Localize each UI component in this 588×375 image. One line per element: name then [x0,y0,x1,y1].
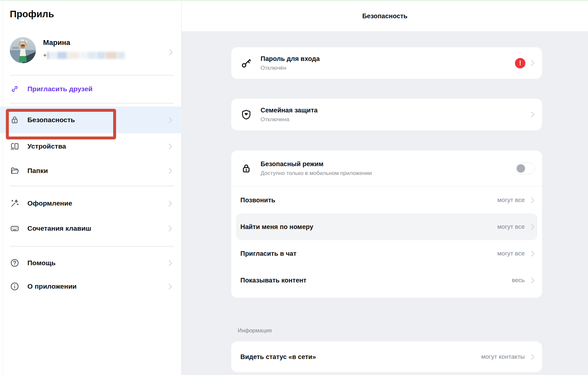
sidebar-item-devices[interactable]: Устройства [0,133,182,159]
sidebar-title: Профиль [10,9,54,20]
panel-title: Безопасность [362,12,408,20]
panel-header: Безопасность [182,1,588,31]
card-title: Безопасный режим [261,160,515,168]
chevron-right-icon [166,225,172,231]
safe-mode-row: Безопасный режим Доступно только в мобил… [231,151,542,187]
card-subtitle: Отключён [261,65,515,71]
row-value: могут все [497,196,525,204]
row-label: Пригласить в чат [240,250,497,257]
sidebar-item-label: Папки [27,167,167,175]
help-icon [10,258,20,268]
avatar [10,37,36,63]
privacy-row-find-by-number[interactable]: Найти меня по номеру могут все [236,213,537,240]
sidebar-item-appearance[interactable]: Оформление [0,190,182,217]
chevron-right-icon [528,197,534,203]
row-value: могут контакты [481,353,525,360]
keyboard-icon [10,224,20,233]
chevron-right-icon [167,49,173,55]
divider [10,246,174,247]
info-row-online-status[interactable]: Видеть статус «в сети» могут контакты [231,341,542,372]
privacy-row-show-content[interactable]: Показывать контент весь [231,267,542,294]
sidebar-item-about[interactable]: О приложении [0,273,182,299]
sidebar-item-security[interactable]: Безопасность [0,107,182,133]
chevron-right-icon [528,277,534,283]
chevron-right-icon [166,283,172,289]
sidebar-item-label: Устройства [27,142,167,150]
card-texts: Пароль для входа Отключён [261,55,515,71]
card-title: Пароль для входа [261,55,515,63]
devices-icon [10,141,20,151]
security-panel: Безопасность Пароль для входа Отключён [182,1,588,375]
chevron-right-icon [528,251,534,256]
privacy-row-invite-to-chat[interactable]: Пригласить в чат могут все [231,240,542,267]
info-icon [10,281,20,291]
window-top-edge [0,0,588,1]
sidebar-item-shortcuts[interactable]: Сочетания клавиш [0,215,182,241]
info-card: Видеть статус «в сети» могут контакты [231,341,542,372]
folder-icon [10,166,20,176]
sidebar-item-help[interactable]: Помощь [0,250,182,276]
sidebar-item-label: Сочетания клавиш [27,224,167,232]
divider [10,186,174,186]
profile-row[interactable]: Марина + [0,35,182,65]
sidebar-item-label: Безопасность [27,116,167,124]
chevron-right-icon [166,117,172,123]
phone-redacted [47,52,125,59]
profile-phone: + [43,51,125,59]
profile-name: Марина [43,38,70,47]
row-value: могут все [497,223,525,230]
family-protection-card[interactable]: Семейная защита Отключена [231,99,542,130]
privacy-card: Безопасный режим Доступно только в мобил… [231,151,542,298]
magic-wand-icon [10,198,20,208]
alert-badge: ! [515,58,525,68]
chevron-right-icon [166,200,172,206]
privacy-rows: Позвонить могут все Найти меня по номеру… [231,187,542,298]
padlock-icon [240,163,252,174]
invite-friends-link[interactable]: Пригласить друзей [0,79,182,99]
key-icon [240,57,252,69]
toggle-knob [517,164,525,173]
chevron-right-icon [166,260,172,266]
invite-friends-label: Пригласить друзей [27,85,93,93]
chevron-right-icon [528,224,534,230]
privacy-row-call[interactable]: Позвонить могут все [231,187,542,213]
card-texts: Семейная защита Отключена [261,107,529,123]
sidebar-item-folders[interactable]: Папки [0,158,182,183]
row-label: Показывать контент [240,277,512,284]
sidebar-item-label: О приложении [27,282,167,290]
info-section-label: Информация [238,327,272,334]
divider [10,103,174,104]
card-texts: Безопасный режим Доступно только в мобил… [261,160,515,177]
link-icon [10,84,20,94]
card-subtitle: Доступно только в мобильном приложении [261,170,515,177]
password-card[interactable]: Пароль для входа Отключён ! [231,47,542,79]
lock-icon [10,115,20,125]
chevron-right-icon [528,354,534,360]
chevron-right-icon [166,168,172,174]
row-label: Видеть статус «в сети» [240,353,481,361]
sidebar-item-label: Помощь [27,259,167,267]
chevron-right-icon [528,60,534,66]
sidebar-item-label: Оформление [27,199,167,207]
card-subtitle: Отключена [261,116,529,123]
divider [10,75,174,76]
chevron-right-icon [166,143,172,149]
chevron-right-icon [528,111,534,117]
profile-sidebar: Профиль [0,1,182,375]
phone-prefix: + [43,52,47,59]
row-value: могут все [497,250,525,257]
safe-mode-toggle[interactable] [515,163,535,174]
row-label: Найти меня по номеру [240,223,497,231]
row-value: весь [512,277,525,284]
shield-heart-icon [240,109,252,121]
card-title: Семейная защита [261,107,529,114]
row-label: Позвонить [240,196,497,204]
app-window: Профиль [0,0,588,375]
